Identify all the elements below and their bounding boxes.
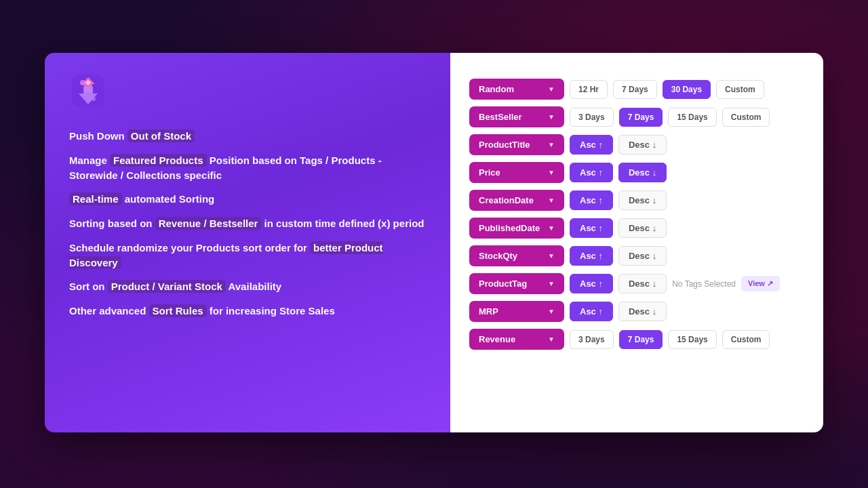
dropdown-row-revenue[interactable]: Revenue▼ [469, 329, 564, 350]
pill-custom[interactable]: Custom [722, 330, 770, 349]
desc-button-row-producttitle[interactable]: Desc ↓ [618, 135, 667, 155]
feature-item: Manage Featured Products Position based … [69, 153, 426, 183]
desc-button-row-mrp[interactable]: Desc ↓ [618, 302, 667, 321]
asc-button-row-mrp[interactable]: Asc ↑ [570, 302, 613, 321]
dropdown-row-random[interactable]: Random▼ [469, 79, 564, 100]
features-list: Push Down Out of StockManage Featured Pr… [69, 129, 426, 319]
pill-7-days[interactable]: 7 Days [619, 108, 663, 127]
chevron-down-icon: ▼ [548, 169, 555, 176]
pill-3-days[interactable]: 3 Days [570, 108, 614, 127]
pill-custom[interactable]: Custom [716, 80, 764, 99]
feature-item: Sorting based on Revenue / Bestseller in… [69, 216, 426, 231]
logo-area [69, 72, 426, 110]
chevron-down-icon: ▼ [548, 85, 555, 93]
dropdown-label: PublishedDate [479, 223, 540, 233]
sort-row: CreationDate▼Asc ↑Desc ↓ [469, 190, 804, 211]
dropdown-row-bestseller[interactable]: BestSeller▼ [469, 106, 564, 127]
view-button[interactable]: View ↗ [741, 276, 780, 291]
sort-row: Price▼Asc ↑Desc ↓ [469, 162, 804, 183]
pill-7-days[interactable]: 7 Days [619, 330, 663, 349]
pill-12-hr[interactable]: 12 Hr [570, 80, 608, 99]
feature-item: Schedule randomize your Products sort or… [69, 241, 426, 270]
sort-row: StockQty▼Asc ↑Desc ↓ [469, 245, 804, 266]
chevron-down-icon: ▼ [548, 308, 555, 315]
left-panel: Push Down Out of StockManage Featured Pr… [45, 53, 450, 432]
feature-item: Sort on Product / Variant Stock Availabi… [69, 279, 426, 294]
dropdown-row-creationdate[interactable]: CreationDate▼ [469, 190, 564, 211]
dropdown-label: Revenue [479, 334, 515, 344]
pill-3-days[interactable]: 3 Days [570, 330, 614, 349]
pill-15-days[interactable]: 15 Days [668, 330, 716, 349]
sort-rows: Random▼12 Hr7 Days30 DaysCustomBestSelle… [469, 79, 804, 350]
pill-30-days[interactable]: 30 Days [663, 80, 711, 99]
pill-custom[interactable]: Custom [722, 108, 770, 127]
dropdown-row-mrp[interactable]: MRP▼ [469, 301, 564, 322]
dropdown-label: ProductTitle [479, 140, 530, 150]
dropdown-row-producttitle[interactable]: ProductTitle▼ [469, 134, 564, 155]
svg-point-2 [92, 97, 96, 101]
pill-7-days[interactable]: 7 Days [613, 80, 657, 99]
asc-button-row-producttitle[interactable]: Asc ↑ [570, 135, 613, 155]
dropdown-row-price[interactable]: Price▼ [469, 162, 564, 183]
desc-button-row-publisheddate[interactable]: Desc ↓ [618, 218, 667, 238]
dropdown-label: BestSeller [479, 112, 522, 122]
desc-button-row-producttag[interactable]: Desc ↓ [618, 274, 667, 293]
sort-row: Revenue▼3 Days7 Days15 DaysCustom [469, 329, 804, 350]
dropdown-label: MRP [479, 306, 498, 317]
asc-button-row-price[interactable]: Asc ↑ [570, 163, 613, 182]
dropdown-label: CreationDate [479, 195, 534, 205]
dropdown-label: Random [479, 84, 514, 94]
sort-row: BestSeller▼3 Days7 Days15 DaysCustom [469, 106, 804, 127]
sort-row: Random▼12 Hr7 Days30 DaysCustom [469, 79, 804, 100]
main-container: Push Down Out of StockManage Featured Pr… [45, 53, 823, 432]
desc-button-row-stockqty[interactable]: Desc ↓ [618, 246, 667, 266]
chevron-down-icon: ▼ [548, 336, 555, 343]
right-panel: Random▼12 Hr7 Days30 DaysCustomBestSelle… [450, 53, 823, 432]
desc-button-row-price[interactable]: Desc ↓ [618, 163, 667, 182]
asc-button-row-stockqty[interactable]: Asc ↑ [570, 246, 613, 266]
dropdown-row-publisheddate[interactable]: PublishedDate▼ [469, 218, 564, 239]
chevron-down-icon: ▼ [548, 280, 555, 287]
feature-item: Other advanced Sort Rules for increasing… [69, 304, 426, 319]
chevron-down-icon: ▼ [548, 224, 555, 232]
sort-row: ProductTitle▼Asc ↑Desc ↓ [469, 134, 804, 155]
logo-icon [69, 72, 107, 110]
pill-15-days[interactable]: 15 Days [668, 108, 716, 127]
chevron-down-icon: ▼ [548, 141, 555, 148]
dropdown-label: Price [479, 167, 500, 178]
asc-button-row-creationdate[interactable]: Asc ↑ [570, 190, 613, 210]
desc-button-row-creationdate[interactable]: Desc ↓ [618, 190, 667, 210]
sort-row: PublishedDate▼Asc ↑Desc ↓ [469, 218, 804, 239]
asc-button-row-publisheddate[interactable]: Asc ↑ [570, 218, 613, 238]
chevron-down-icon: ▼ [548, 252, 555, 260]
asc-button-row-producttag[interactable]: Asc ↑ [570, 274, 613, 293]
chevron-down-icon: ▼ [548, 113, 555, 121]
dropdown-row-producttag[interactable]: ProductTag▼ [469, 273, 564, 294]
dropdown-label: StockQty [479, 251, 517, 261]
feature-item: Real-time automated Sorting [69, 192, 426, 207]
no-tags-text: No Tags Selected [672, 279, 736, 289]
sort-row: ProductTag▼Asc ↑Desc ↓No Tags SelectedVi… [469, 273, 804, 294]
dropdown-label: ProductTag [479, 279, 527, 289]
sort-row: MRP▼Asc ↑Desc ↓ [469, 301, 804, 322]
dropdown-row-stockqty[interactable]: StockQty▼ [469, 245, 564, 266]
chevron-down-icon: ▼ [548, 197, 555, 204]
feature-item: Push Down Out of Stock [69, 129, 426, 144]
svg-point-1 [80, 80, 85, 85]
